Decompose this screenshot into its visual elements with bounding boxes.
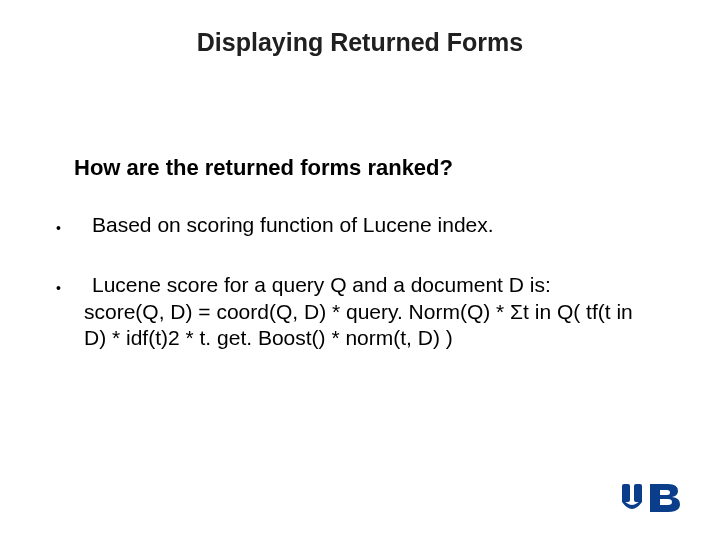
bullet-line: Based on scoring function of Lucene inde…	[84, 212, 660, 238]
svg-rect-0	[622, 484, 630, 502]
ub-logo-icon	[620, 478, 690, 512]
list-item: • Lucene score for a query Q and a docum…	[56, 272, 660, 351]
bullet-list: • Based on scoring function of Lucene in…	[56, 212, 660, 383]
svg-rect-1	[634, 484, 642, 502]
slide-subtitle: How are the returned forms ranked?	[74, 155, 453, 181]
bullet-text: Lucene score for a query Q and a documen…	[84, 272, 660, 351]
list-item: • Based on scoring function of Lucene in…	[56, 212, 660, 240]
bullet-dot-icon: •	[56, 272, 84, 351]
bullet-text: Based on scoring function of Lucene inde…	[84, 212, 660, 240]
bullet-line: Lucene score for a query Q and a documen…	[84, 272, 660, 298]
slide: Displaying Returned Forms How are the re…	[0, 0, 720, 540]
bullet-line: score(Q, D) = coord(Q, D) * query. Norm(…	[84, 299, 660, 352]
bullet-dot-icon: •	[56, 212, 84, 240]
slide-title: Displaying Returned Forms	[0, 28, 720, 57]
